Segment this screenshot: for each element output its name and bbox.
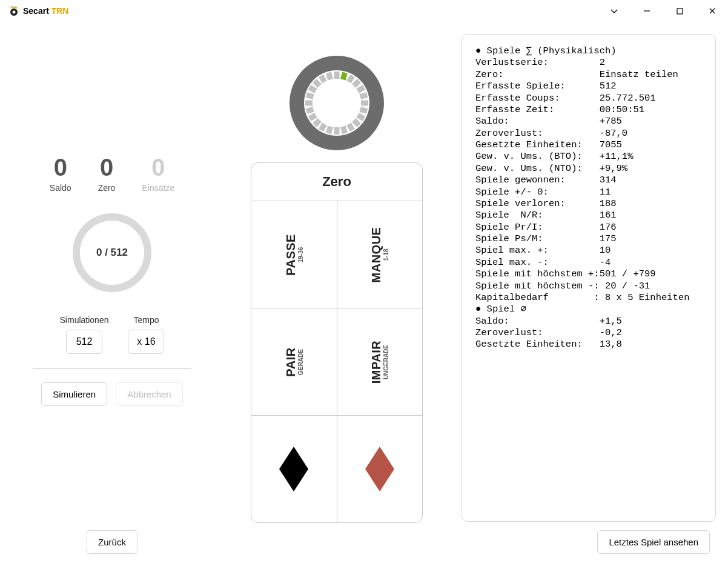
stats-line: Erfasste Coups: 25.772.501 xyxy=(475,93,702,104)
stats-line: Gew. v. Ums. (NTO): +9,9% xyxy=(475,163,702,175)
svg-marker-33 xyxy=(279,447,308,491)
maximize-button[interactable] xyxy=(670,1,689,21)
stats-line: Spiel max. -: -4 xyxy=(475,257,702,268)
stats-line: Saldo: +1,5 xyxy=(475,316,702,327)
simulations-field: Simulationen xyxy=(60,315,109,354)
counter-saldo: 0 Saldo xyxy=(50,155,71,193)
stats-line: Zeroverlust: -87,0 xyxy=(475,128,702,139)
counter-zero: 0 Zero xyxy=(98,155,116,193)
svg-point-3 xyxy=(15,6,16,7)
minimize-button[interactable] xyxy=(637,1,657,21)
simulate-button[interactable]: Simulieren xyxy=(41,382,107,406)
stats-line: Spiel max. +: 10 xyxy=(475,245,702,256)
stats-line: Erfasste Spiele: 512 xyxy=(475,81,702,92)
stats-line: Spiele verloren: 188 xyxy=(475,198,702,210)
board-rouge[interactable] xyxy=(337,416,423,522)
svg-rect-8 xyxy=(334,72,340,79)
center-panel: Zero PASSE 19-36 MANQUE 1-18 xyxy=(228,34,446,554)
stats-line: Saldo: +785 xyxy=(475,116,702,127)
stats-line: Spiele Ps/M: 175 xyxy=(475,233,702,245)
board-manque[interactable]: MANQUE 1-18 xyxy=(337,201,423,308)
tempo-input[interactable] xyxy=(128,330,164,354)
cancel-button: Abbrechen xyxy=(116,382,183,406)
stats-line: Spiele mit höchstem -: 20 / -31 xyxy=(475,281,702,292)
app-logo-icon xyxy=(8,5,19,16)
board-zero[interactable]: Zero xyxy=(251,163,422,201)
left-panel: 0 Saldo 0 Zero 0 Einsätze 0 / 512 Simula… xyxy=(12,34,212,554)
progress-ring: 0 / 512 xyxy=(73,213,151,292)
svg-point-2 xyxy=(12,6,13,7)
counter-einsaetze: 0 Einsätze xyxy=(142,155,174,193)
stats-line: Spiele mit höchstem +:501 / +799 xyxy=(475,268,702,280)
stats-line: Verlustserie: 2 xyxy=(475,57,702,68)
stats-line: Gesetzte Einheiten: 13,8 xyxy=(475,339,702,350)
svg-marker-34 xyxy=(365,447,394,491)
board-passe[interactable]: PASSE 19-36 xyxy=(251,201,337,308)
stats-line: Spiele Pr/I: 176 xyxy=(475,222,702,233)
svg-point-4 xyxy=(13,7,15,8)
collapse-chevron-icon[interactable] xyxy=(604,1,624,21)
stats-line: Spiele +/- 0: 11 xyxy=(475,187,702,198)
svg-point-32 xyxy=(314,80,360,126)
view-last-game-button[interactable]: Letztes Spiel ansehen xyxy=(597,530,710,554)
betting-board: Zero PASSE 19-36 MANQUE 1-18 xyxy=(251,162,423,523)
stats-line: Erfasste Zeit: 00:50:51 xyxy=(475,104,702,116)
svg-point-1 xyxy=(13,11,16,14)
divider xyxy=(33,368,191,369)
simulations-input[interactable] xyxy=(66,330,102,354)
board-pair[interactable]: PAIR GERADE xyxy=(251,308,337,415)
tempo-field: Tempo xyxy=(128,315,164,354)
stats-line: Kapitalbedarf : 8 x 5 Einheiten xyxy=(475,292,702,304)
stats-line: Gesetzte Einheiten: 7055 xyxy=(475,139,702,151)
svg-rect-5 xyxy=(677,8,683,14)
stats-line: ● Spiele ∑ (Physikalisch) xyxy=(475,45,702,57)
app-title: Secart TRN xyxy=(23,6,68,16)
stats-line: ● Spiel ∅ xyxy=(475,304,702,315)
stats-line: Zero: Einsatz teilen xyxy=(475,69,702,81)
title-bar: Secart TRN xyxy=(0,0,728,22)
stats-line: Spiele N/R: 161 xyxy=(475,210,702,221)
stats-line: Spiele gewonnen: 314 xyxy=(475,175,702,186)
board-impair[interactable]: IMPAIR UNGERADE xyxy=(337,308,423,415)
svg-rect-26 xyxy=(305,101,313,106)
board-noir[interactable] xyxy=(251,416,337,522)
roulette-wheel-icon xyxy=(288,55,385,151)
back-button[interactable]: Zurück xyxy=(87,530,137,554)
progress-ring-text: 0 / 512 xyxy=(96,247,128,259)
stats-line: Gew. v. Ums. (BTO): +11,1% xyxy=(475,151,702,162)
stats-line: Zeroverlust: -0,2 xyxy=(475,327,702,339)
stats-panel: ● Spiele ∑ (Physikalisch)Verlustserie: 2… xyxy=(462,34,716,522)
svg-rect-14 xyxy=(361,101,368,106)
close-button[interactable] xyxy=(703,1,722,21)
svg-rect-20 xyxy=(334,127,340,135)
